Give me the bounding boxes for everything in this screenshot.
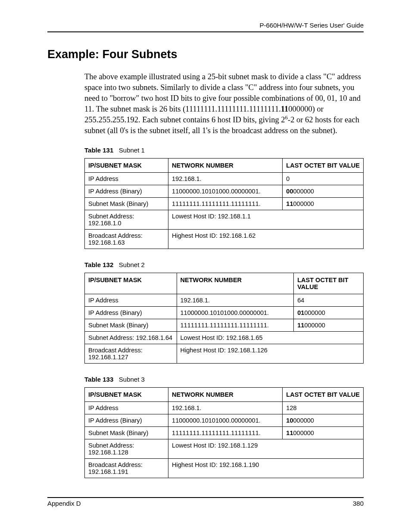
cell: 10000000 bbox=[283, 414, 364, 426]
table-subnet-1: IP/SUBNET MASK NETWORK NUMBER LAST OCTET… bbox=[84, 158, 364, 249]
table-title: Subnet 3 bbox=[119, 376, 145, 383]
table-row: Broadcast Address: 192.168.1.127 Highest… bbox=[85, 344, 364, 363]
col-header-net: NETWORK NUMBER bbox=[168, 158, 283, 172]
rest-bits: 000000 bbox=[293, 429, 314, 436]
cell: Subnet Address: 192.168.1.0 bbox=[85, 210, 168, 229]
cell: 64 bbox=[294, 294, 364, 306]
cell: Highest Host ID: 192.168.1.190 bbox=[168, 458, 364, 478]
bold-bits: 01 bbox=[297, 309, 304, 316]
table-row: Subnet Address: 192.168.1.64 Lowest Host… bbox=[85, 331, 364, 344]
col-header-net: NETWORK NUMBER bbox=[168, 387, 283, 401]
table-row: Subnet Mask (Binary) 11111111.11111111.1… bbox=[85, 426, 364, 439]
table-row: Broadcast Address: 192.168.1.191 Highest… bbox=[85, 458, 364, 478]
para-mask-bold: 11 bbox=[281, 105, 288, 113]
bold-bits: 10 bbox=[286, 417, 293, 424]
table-title: Subnet 1 bbox=[119, 146, 145, 154]
bold-bits: 11 bbox=[297, 322, 304, 329]
cell: 00000000 bbox=[283, 185, 364, 197]
col-header-net: NETWORK NUMBER bbox=[177, 273, 294, 294]
cell: Highest Host ID: 192.168.1.62 bbox=[168, 229, 364, 249]
header-guide: P-660H/HW/W-T Series User' Guide bbox=[259, 22, 364, 29]
cell: 01000000 bbox=[294, 306, 364, 319]
table-row: IP Address (Binary) 11000000.10101000.00… bbox=[85, 306, 364, 319]
cell: 11111111.11111111.11111111. bbox=[168, 426, 283, 439]
cell: 192.168.1. bbox=[168, 401, 283, 414]
table-row: IP/SUBNET MASK NETWORK NUMBER LAST OCTET… bbox=[85, 158, 364, 172]
cell: IP Address (Binary) bbox=[85, 414, 168, 426]
cell: 11000000.10101000.00000001. bbox=[168, 185, 283, 197]
cell: Lowest Host ID: 192.168.1.1 bbox=[168, 210, 364, 229]
section-title: Example: Four Subnets bbox=[47, 48, 364, 61]
cell: Subnet Mask (Binary) bbox=[85, 197, 168, 210]
cell: Subnet Address: 192.168.1.128 bbox=[85, 439, 168, 458]
cell: Subnet Address: 192.168.1.64 bbox=[85, 331, 177, 344]
bold-bits: 11 bbox=[286, 200, 293, 207]
cell: 11111111.11111111.11111111. bbox=[177, 319, 294, 331]
cell: 11000000.10101000.00000001. bbox=[177, 306, 294, 319]
table-num: Table 132 bbox=[84, 261, 113, 268]
intro-paragraph: The above example illustrated using a 25… bbox=[84, 72, 364, 136]
cell: IP Address bbox=[85, 401, 168, 414]
cell: IP Address bbox=[85, 294, 177, 306]
table-row: IP Address (Binary) 11000000.10101000.00… bbox=[85, 414, 364, 426]
table-row: Broadcast Address: 192.168.1.63 Highest … bbox=[85, 229, 364, 249]
bold-bits: 11 bbox=[286, 429, 293, 436]
table-row: IP Address 192.168.1. 128 bbox=[85, 401, 364, 414]
rest-bits: 000000 bbox=[293, 200, 314, 207]
col-header-last: LAST OCTET BIT VALUE bbox=[294, 273, 364, 294]
cell: 11000000 bbox=[294, 319, 364, 331]
cell: IP Address (Binary) bbox=[85, 306, 177, 319]
table-row: IP/SUBNET MASK NETWORK NUMBER LAST OCTET… bbox=[85, 387, 364, 401]
table-num: Table 131 bbox=[84, 146, 113, 154]
table-subnet-2: IP/SUBNET MASK NETWORK NUMBER LAST OCTET… bbox=[84, 273, 364, 364]
table-num: Table 133 bbox=[84, 376, 113, 383]
cell: 11000000.10101000.00000001. bbox=[168, 414, 283, 426]
rest-bits: 000000 bbox=[304, 322, 325, 329]
cell: Subnet Mask (Binary) bbox=[85, 319, 177, 331]
table-title: Subnet 2 bbox=[119, 261, 145, 268]
cell: Highest Host ID: 192.168.1.126 bbox=[177, 344, 364, 363]
table-subnet-3: IP/SUBNET MASK NETWORK NUMBER LAST OCTET… bbox=[84, 387, 364, 478]
cell: 11000000 bbox=[283, 426, 364, 439]
cell: 128 bbox=[283, 401, 364, 414]
table-row: Subnet Mask (Binary) 11111111.11111111.1… bbox=[85, 319, 364, 331]
cell: Lowest Host ID: 192.168.1.129 bbox=[168, 439, 364, 458]
cell: 192.168.1. bbox=[168, 172, 283, 185]
cell: Broadcast Address: 192.168.1.127 bbox=[85, 344, 177, 363]
table-row: Subnet Address: 192.168.1.128 Lowest Hos… bbox=[85, 439, 364, 458]
page-footer: Appendix D 380 bbox=[47, 497, 364, 507]
footer-section: Appendix D bbox=[47, 500, 81, 507]
table-caption-132: Table 132 Subnet 2 bbox=[84, 261, 364, 268]
table-row: IP Address 192.168.1. 0 bbox=[85, 172, 364, 185]
table-row: IP/SUBNET MASK NETWORK NUMBER LAST OCTET… bbox=[85, 273, 364, 294]
col-header-ip: IP/SUBNET MASK bbox=[85, 273, 177, 294]
table-row: IP Address (Binary) 11000000.10101000.00… bbox=[85, 185, 364, 197]
header: P-660H/HW/W-T Series User' Guide bbox=[47, 22, 364, 32]
footer-page-number: 380 bbox=[353, 500, 364, 507]
cell: 0 bbox=[283, 172, 364, 185]
cell: 11111111.11111111.11111111. bbox=[168, 197, 283, 210]
rest-bits: 000000 bbox=[293, 417, 314, 424]
col-header-ip: IP/SUBNET MASK bbox=[85, 387, 168, 401]
table-row: Subnet Mask (Binary) 11111111.11111111.1… bbox=[85, 197, 364, 210]
cell: Subnet Mask (Binary) bbox=[85, 426, 168, 439]
cell: Broadcast Address: 192.168.1.63 bbox=[85, 229, 168, 249]
rest-bits: 000000 bbox=[304, 309, 325, 316]
bold-bits: 00 bbox=[286, 188, 293, 195]
rest-bits: 000000 bbox=[293, 188, 314, 195]
table-row: Subnet Address: 192.168.1.0 Lowest Host … bbox=[85, 210, 364, 229]
cell: Lowest Host ID: 192.168.1.65 bbox=[177, 331, 364, 344]
cell: 11000000 bbox=[283, 197, 364, 210]
table-caption-131: Table 131 Subnet 1 bbox=[84, 146, 364, 154]
col-header-last: LAST OCTET BIT VALUE bbox=[283, 158, 364, 172]
cell: 192.168.1. bbox=[177, 294, 294, 306]
table-row: IP Address 192.168.1. 64 bbox=[85, 294, 364, 306]
col-header-ip: IP/SUBNET MASK bbox=[85, 158, 168, 172]
cell: IP Address (Binary) bbox=[85, 185, 168, 197]
table-caption-133: Table 133 Subnet 3 bbox=[84, 376, 364, 383]
cell: IP Address bbox=[85, 172, 168, 185]
col-header-last: LAST OCTET BIT VALUE bbox=[283, 387, 364, 401]
cell: Broadcast Address: 192.168.1.191 bbox=[85, 458, 168, 478]
